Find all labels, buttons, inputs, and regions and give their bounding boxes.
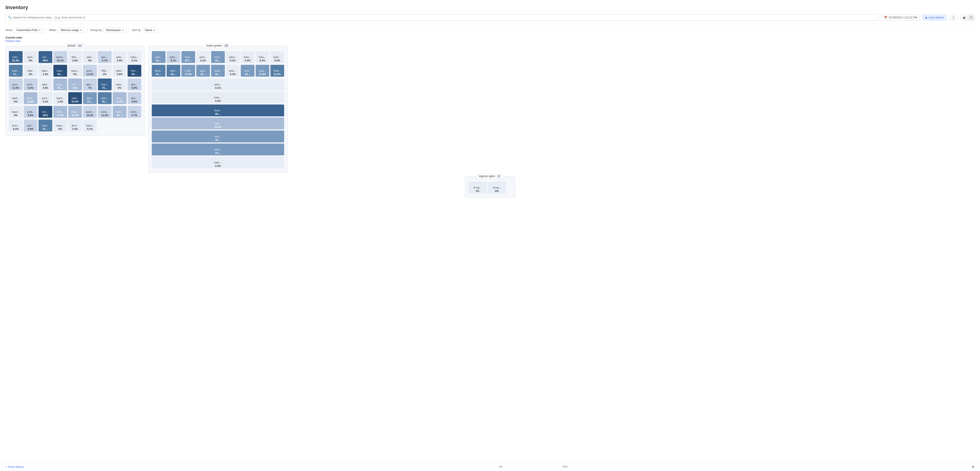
tile[interactable]: metri...48....	[167, 65, 180, 77]
tile[interactable]: heart...72....	[9, 65, 22, 77]
tile[interactable]: filebe...51.9%	[270, 65, 284, 77]
tile[interactable]: audit...26....	[211, 65, 225, 77]
tile[interactable]: heart...24....	[152, 143, 284, 155]
tile[interactable]: opbe...35....	[98, 92, 111, 104]
tile[interactable]: kube-...0.1%	[226, 65, 240, 77]
tile[interactable]: opbe...2.4%	[113, 51, 126, 63]
tile[interactable]: kiban...16.3%	[68, 106, 82, 118]
tile[interactable]: apach...10.2%	[83, 106, 97, 118]
tile[interactable]: opbe...3.6%	[113, 65, 126, 77]
tile-value: 80%	[43, 59, 48, 62]
tile[interactable]: heart...25....	[211, 51, 225, 63]
tile-name: heart...	[214, 56, 221, 59]
tile[interactable]: prom...0.2%	[9, 119, 22, 131]
auto-refresh-button[interactable]: ▶ Auto-refresh	[923, 14, 947, 21]
tile[interactable]: kube-...0.3%	[256, 51, 269, 63]
tile-name: hapro...	[56, 124, 64, 127]
tile[interactable]: redis-...14.7%	[113, 92, 126, 104]
tile[interactable]: fleet-...2.9%	[68, 51, 82, 63]
sort-by-label: Sort by	[132, 29, 141, 32]
list-view-button[interactable]: ☷	[968, 14, 975, 21]
metric-filter[interactable]: Memory usage ▼	[59, 27, 85, 33]
tile-value: 0%	[14, 114, 18, 117]
tile[interactable]: hapro...0%	[68, 65, 82, 77]
tile[interactable]: apm-...7%	[83, 78, 97, 91]
tile[interactable]: lb-ing...1%	[468, 181, 487, 194]
tile[interactable]: apach...10.1%	[53, 51, 67, 63]
tile[interactable]: hapro...0%	[53, 119, 67, 131]
tile[interactable]: metri...46....	[152, 130, 284, 142]
tile[interactable]: c0ad...0%	[24, 65, 37, 77]
tile[interactable]: kube-...0.2%	[152, 156, 284, 169]
tile[interactable]: prom...11.6%	[9, 78, 22, 91]
tile[interactable]: audit...27.8%	[256, 65, 269, 77]
tile[interactable]: db-po...20....	[53, 78, 67, 91]
show-filter[interactable]: Kubernetes Pods ▼	[14, 27, 43, 33]
group-count-ingress-nginx: 2	[496, 175, 501, 178]
tile[interactable]: opbe...0%	[24, 51, 37, 63]
group-by-filter[interactable]: Namespace ▼	[103, 27, 126, 33]
tile[interactable]: prom...12.2%	[83, 65, 97, 77]
tile[interactable]: filebe...50....	[152, 65, 165, 77]
tile[interactable]: prom...11.5%	[98, 106, 111, 118]
tile[interactable]: cert-...19%	[68, 78, 82, 91]
tile[interactable]: hapro...0.1%	[127, 51, 141, 63]
tile[interactable]: kube-...8.1%	[167, 51, 180, 63]
tile[interactable]: prom...6.6%	[24, 78, 37, 91]
tile[interactable]: opbe...0%	[83, 51, 97, 63]
tile-value: 1.4%	[43, 73, 48, 76]
tile[interactable]: lb-ing...0%	[488, 181, 506, 194]
sort-by-filter[interactable]: Name ▼	[142, 27, 158, 33]
tile[interactable]: hapro...0.1%	[83, 119, 97, 131]
tile[interactable]: cert-...93%	[38, 106, 52, 118]
tile[interactable]: db-m...2.3%	[68, 119, 82, 131]
tile[interactable]: opbe...24....	[83, 92, 97, 104]
tile[interactable]: hapro...1.4%	[38, 65, 52, 77]
tile[interactable]: apm-...6.9%	[24, 119, 37, 131]
tile-value: 0.1%	[200, 59, 206, 62]
tile[interactable]: kube-...0.2%	[152, 92, 284, 103]
tile[interactable]: prom...0.1%	[38, 92, 52, 104]
tile-name: opbe...	[86, 56, 94, 59]
default-view-link[interactable]: Default view	[5, 40, 20, 43]
tile[interactable]: hapro...0%	[113, 78, 126, 91]
clock-button[interactable]: 🕐	[950, 14, 957, 20]
tile[interactable]: apm-...6.8%	[127, 92, 141, 104]
grid-view-button[interactable]: ▦	[961, 14, 967, 21]
search-input-wrap[interactable]: 🔍	[5, 14, 879, 21]
tile[interactable]: cert-...80%	[38, 51, 52, 63]
tile[interactable]: fleet-...89....	[127, 65, 141, 77]
tile[interactable]: kube-...0.3%	[270, 51, 284, 63]
tile[interactable]: opbe...20....	[113, 106, 126, 118]
tile[interactable]: opbe...3.8%	[38, 78, 52, 91]
tile[interactable]: opbe...81.9%	[9, 51, 22, 63]
tile[interactable]: opbe...45....	[38, 119, 52, 131]
tile[interactable]: i7-def...37.8%	[181, 65, 195, 77]
tile[interactable]: heart...90....	[53, 65, 67, 77]
tile[interactable]: kube-...0.3%	[241, 51, 255, 63]
tile[interactable]: metri...43....	[241, 65, 255, 77]
tile[interactable]: filebe...68....	[152, 105, 284, 116]
tile-name: lb-ing...	[474, 186, 481, 189]
tile[interactable]: audit...25....	[196, 65, 210, 77]
tile[interactable]: pdcsi...0.1%	[196, 51, 210, 63]
tile[interactable]: opbe...91.9%	[68, 92, 82, 104]
tile[interactable]: metri...15.1%	[152, 118, 284, 129]
tile[interactable]: elasti...0%	[9, 92, 22, 104]
tile[interactable]: heart...26.7...	[181, 51, 195, 63]
tile[interactable]: apm-...6.8%	[127, 78, 141, 91]
tile[interactable]: hapro...1.4%	[53, 92, 67, 104]
tile[interactable]: metri...28....	[152, 51, 165, 63]
tile[interactable]: 998c...0%	[98, 65, 111, 77]
tile-name: apm-...	[86, 83, 93, 86]
tile[interactable]: pdcsi...0.1%	[152, 78, 284, 91]
tile[interactable]: hapro...0%	[9, 106, 22, 118]
tile[interactable]: apm-...6.7%	[98, 51, 111, 63]
tile[interactable]: redis-...15.9%	[24, 92, 37, 104]
search-input[interactable]	[13, 16, 876, 19]
tile[interactable]: redis-...17.5%	[53, 106, 67, 118]
tile[interactable]: grafa...8.6%	[24, 106, 37, 118]
tile[interactable]: heart...79....	[98, 78, 111, 91]
tile[interactable]: prom...6.7%	[127, 106, 141, 118]
tile[interactable]: pdcsi...0.1%	[226, 51, 240, 63]
